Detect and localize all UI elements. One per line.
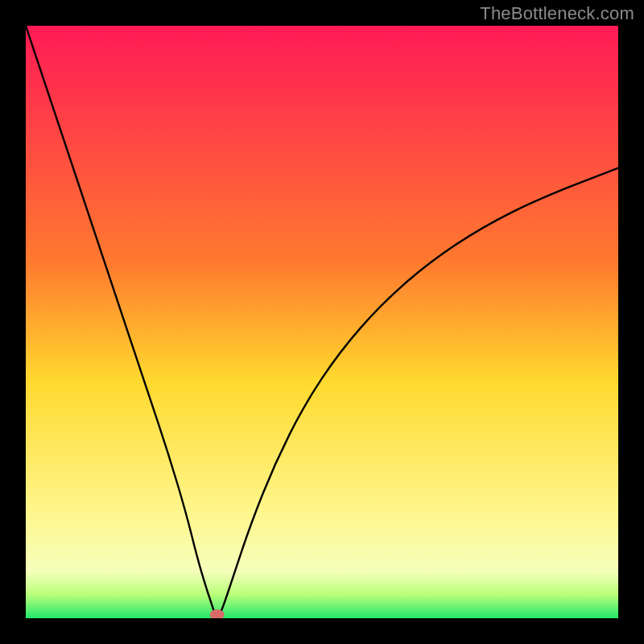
chart-svg — [26, 26, 618, 618]
plot-area — [26, 26, 618, 618]
chart-background — [26, 26, 618, 618]
chart-frame: TheBottleneck.com — [0, 0, 644, 644]
watermark-text: TheBottleneck.com — [480, 3, 634, 24]
